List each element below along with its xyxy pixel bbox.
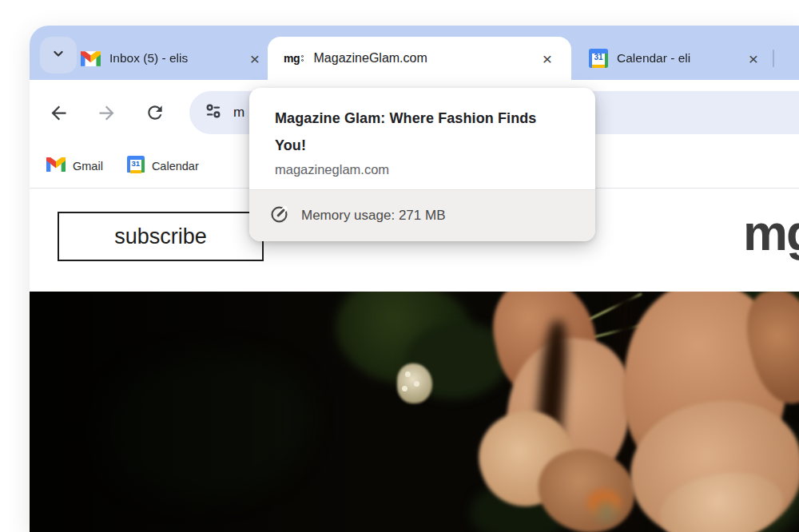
bookmark-calendar[interactable]: 31 Calendar	[127, 156, 199, 177]
magazineglam-favicon: mg	[284, 52, 304, 65]
reload-button[interactable]	[141, 99, 169, 126]
forward-button[interactable]	[93, 99, 120, 126]
tab-strip: Inbox (5) - elis × mg MagazineGlam.com ×…	[30, 26, 799, 80]
calendar-icon: 31	[589, 49, 608, 68]
screenshot-stage: Inbox (5) - elis × mg MagazineGlam.com ×…	[0, 0, 799, 532]
bookmark-gmail[interactable]: Gmail	[46, 157, 103, 175]
favicon-marks	[301, 55, 304, 63]
reload-icon	[145, 102, 165, 123]
gauge-icon	[269, 204, 289, 228]
address-text: m	[233, 105, 244, 121]
tab-divider	[773, 50, 774, 67]
gmail-icon	[46, 157, 66, 175]
subscribe-label: subscribe	[114, 224, 207, 249]
gmail-icon	[81, 51, 101, 66]
memory-usage-text: Memory usage: 271 MB	[301, 208, 445, 224]
tab-calendar[interactable]: 31 Calendar - eli ×	[589, 37, 763, 80]
close-icon[interactable]: ×	[245, 49, 264, 68]
hover-card-title: Magazine Glam: Where Fashion Finds You!	[275, 105, 570, 159]
calendar-icon: 31	[127, 156, 145, 177]
close-icon[interactable]: ×	[538, 49, 557, 68]
close-icon[interactable]: ×	[744, 49, 763, 68]
tab-label: Inbox (5) - elis	[109, 51, 239, 66]
tune-icon	[205, 102, 222, 123]
hover-card-memory-section: Memory usage: 271 MB	[249, 189, 595, 241]
hover-card-url: magazineglam.com	[275, 162, 570, 177]
site-logo: mg	[743, 204, 799, 261]
hero-flower-image	[30, 292, 799, 532]
hover-card-info: Magazine Glam: Where Fashion Finds You! …	[249, 88, 595, 189]
tab-hover-card: Magazine Glam: Where Fashion Finds You! …	[249, 88, 595, 241]
tab-gmail-inbox[interactable]: Inbox (5) - elis ×	[81, 37, 264, 80]
tab-magazineglam-active[interactable]: mg MagazineGlam.com ×	[268, 37, 571, 80]
tab-label: MagazineGlam.com	[314, 51, 539, 66]
chevron-down-icon	[50, 46, 66, 65]
forward-arrow-icon	[96, 102, 117, 124]
tab-label: Calendar - eli	[617, 51, 737, 66]
subscribe-button[interactable]: subscribe	[58, 212, 264, 261]
back-arrow-icon	[48, 102, 70, 124]
back-button[interactable]	[45, 99, 72, 126]
bookmark-label: Calendar	[152, 160, 199, 173]
tab-search-button[interactable]	[40, 37, 77, 73]
browser-window: Inbox (5) - elis × mg MagazineGlam.com ×…	[30, 26, 799, 532]
bookmark-label: Gmail	[73, 160, 103, 173]
